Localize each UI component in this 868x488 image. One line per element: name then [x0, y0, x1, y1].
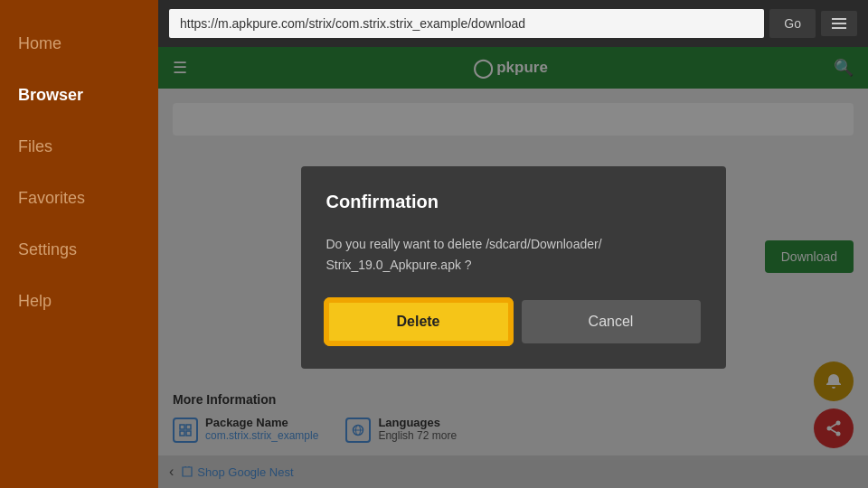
sidebar: Home Browser Files Favorites Settings He…	[0, 0, 158, 488]
sidebar-item-files[interactable]: Files	[0, 121, 158, 173]
dialog-overlay: Confirmation Do you really want to delet…	[158, 47, 868, 488]
sidebar-item-settings[interactable]: Settings	[0, 224, 158, 276]
browser-content: ☰ ◯ pkpure 🔍 Download More Information	[158, 47, 868, 488]
dialog-title: Confirmation	[326, 192, 701, 212]
menu-button[interactable]	[821, 11, 857, 36]
url-input[interactable]	[169, 9, 764, 38]
dialog-buttons: Delete Cancel	[326, 300, 701, 343]
go-button[interactable]: Go	[769, 9, 816, 38]
confirmation-dialog: Confirmation Do you really want to delet…	[301, 166, 726, 369]
address-bar: Go	[158, 0, 868, 47]
sidebar-item-home[interactable]: Home	[0, 18, 158, 70]
dialog-message: Do you really want to delete /sdcard/Dow…	[326, 234, 701, 275]
sidebar-item-browser[interactable]: Browser	[0, 70, 158, 121]
cancel-button[interactable]: Cancel	[522, 300, 701, 343]
hamburger-icon	[832, 18, 846, 29]
main-content: Go ☰ ◯ pkpure 🔍 Download More Informatio…	[158, 0, 868, 488]
sidebar-item-favorites[interactable]: Favorites	[0, 173, 158, 224]
delete-button[interactable]: Delete	[326, 300, 511, 343]
sidebar-item-help[interactable]: Help	[0, 276, 158, 327]
